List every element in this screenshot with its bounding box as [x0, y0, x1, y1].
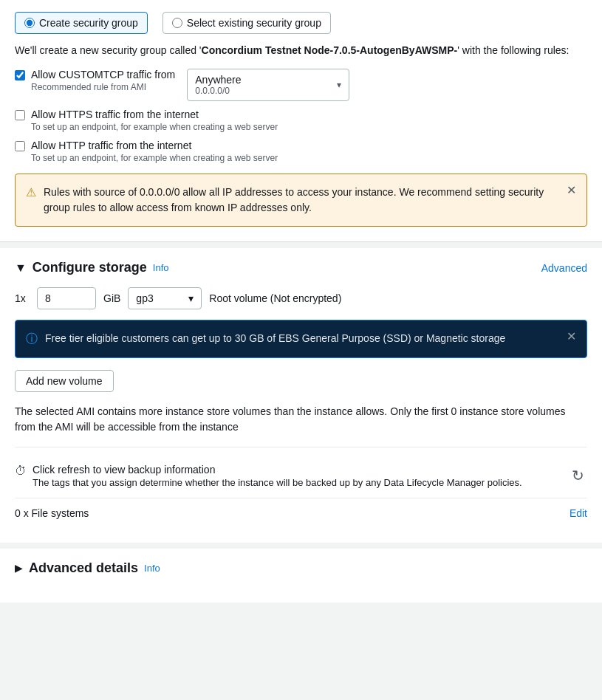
free-tier-banner: ⓘ Free tier eligible customers can get u…	[15, 320, 587, 358]
dropdown-value: Anywhere	[195, 74, 241, 86]
dropdown-caret-icon: ▾	[337, 80, 341, 90]
create-security-group-option[interactable]: Create security group	[15, 12, 148, 34]
backup-subtext: The tags that you assign determine wheth…	[33, 476, 522, 490]
free-tier-text: Free tier eligible customers can get up …	[45, 331, 559, 346]
warning-icon: ⚠	[26, 185, 36, 199]
security-description: We'll create a new security group called…	[15, 43, 587, 58]
free-tier-close-button[interactable]: ✕	[567, 331, 576, 343]
advanced-details-info-link[interactable]: Info	[144, 563, 160, 574]
customtcp-source-dropdown[interactable]: Anywhere 0.0.0.0/0 ▾	[187, 69, 349, 101]
create-security-group-radio[interactable]	[24, 18, 35, 28]
select-security-group-option[interactable]: Select existing security group	[163, 12, 331, 34]
https-sublabel: To set up an endpoint, for example when …	[31, 122, 278, 132]
customtcp-dropdown-wrapper: Anywhere 0.0.0.0/0 ▾	[181, 69, 349, 101]
file-systems-edit-link[interactable]: Edit	[569, 507, 587, 519]
page-wrapper: Create security group Select existing se…	[0, 0, 602, 603]
dropdown-sub: 0.0.0.0/0	[195, 86, 241, 96]
volume-type-dropdown[interactable]: gp3 ▾	[128, 287, 202, 309]
warning-close-button[interactable]: ✕	[567, 185, 576, 196]
dropdown-content: Anywhere 0.0.0.0/0	[195, 74, 241, 96]
info-icon: ⓘ	[26, 332, 38, 347]
ami-warning-text: The selected AMI contains more instance …	[15, 404, 587, 435]
https-label-group: Allow HTTPS traffic from the internet To…	[31, 109, 278, 132]
http-label: Allow HTTP traffic from the internet	[31, 140, 278, 151]
volume-row: 1x GiB gp3 ▾ Root volume (Not encrypted)	[15, 287, 587, 309]
select-security-group-label: Select existing security group	[187, 17, 321, 29]
divider-1	[15, 447, 587, 447]
storage-section: ▼ Configure storage Info Advanced 1x GiB…	[0, 248, 602, 543]
advanced-details-title: Advanced details	[29, 560, 138, 576]
radio-row: Create security group Select existing se…	[15, 12, 587, 34]
backup-left: ⏱ Click refresh to view backup informati…	[15, 464, 569, 490]
storage-section-title: Configure storage	[33, 260, 147, 275]
https-rule-row: Allow HTTPS traffic from the internet To…	[15, 109, 587, 132]
storage-advanced-link[interactable]: Advanced	[541, 262, 587, 274]
customtcp-label: Allow CUSTOMTCP traffic from	[31, 69, 175, 80]
storage-header-left: ▼ Configure storage Info	[15, 260, 169, 275]
volume-qty: 1x	[15, 292, 30, 304]
backup-refresh-button[interactable]: ↻	[569, 464, 587, 487]
storage-info-link[interactable]: Info	[153, 262, 169, 273]
customtcp-sublabel: Recommended rule from AMI	[31, 82, 175, 92]
customtcp-checkbox[interactable]	[15, 70, 25, 80]
backup-row: ⏱ Click refresh to view backup informati…	[15, 456, 587, 498]
file-systems-count: 0 x File systems	[15, 507, 89, 519]
volume-unit: GiB	[103, 292, 120, 304]
customtcp-label-group: Allow CUSTOMTCP traffic from Recommended…	[31, 69, 175, 92]
add-volume-label: Add new volume	[26, 375, 103, 387]
warning-text: Rules with source of 0.0.0.0/0 allow all…	[44, 185, 559, 216]
storage-collapse-icon[interactable]: ▼	[15, 261, 27, 275]
advanced-details-section: ▶ Advanced details Info	[0, 549, 602, 603]
customtcp-rule-row: Allow CUSTOMTCP traffic from Recommended…	[15, 69, 587, 101]
security-group-name: Concordium Testnet Node-7.0.5-AutogenByA…	[202, 44, 458, 56]
add-new-volume-button[interactable]: Add new volume	[15, 370, 114, 392]
backup-title: Click refresh to view backup information	[33, 464, 522, 476]
security-section: Create security group Select existing se…	[0, 0, 602, 242]
http-rule-row: Allow HTTP traffic from the internet To …	[15, 140, 587, 163]
advanced-details-expand-icon[interactable]: ▶	[15, 562, 23, 574]
http-label-group: Allow HTTP traffic from the internet To …	[31, 140, 278, 163]
backup-clock-icon: ⏱	[15, 464, 27, 478]
http-sublabel: To set up an endpoint, for example when …	[31, 153, 278, 163]
advanced-details-header-left: ▶ Advanced details Info	[15, 560, 160, 576]
select-security-group-radio[interactable]	[172, 18, 182, 28]
volume-type-caret-icon: ▾	[188, 292, 194, 304]
create-security-group-label: Create security group	[39, 17, 138, 29]
volume-type-value: gp3	[136, 292, 153, 304]
security-warning-banner: ⚠ Rules with source of 0.0.0.0/0 allow a…	[15, 174, 587, 227]
storage-section-header: ▼ Configure storage Info Advanced	[15, 260, 587, 275]
volume-size-input[interactable]	[37, 287, 96, 309]
http-checkbox[interactable]	[15, 141, 25, 151]
backup-text-group: Click refresh to view backup information…	[33, 464, 522, 490]
volume-description: Root volume (Not encrypted)	[209, 292, 341, 304]
customtcp-checkbox-group: Allow CUSTOMTCP traffic from Recommended…	[15, 69, 175, 92]
https-checkbox[interactable]	[15, 110, 25, 120]
file-systems-row: 0 x File systems Edit	[15, 498, 587, 528]
advanced-details-header: ▶ Advanced details Info	[15, 560, 587, 576]
https-label: Allow HTTPS traffic from the internet	[31, 109, 278, 120]
